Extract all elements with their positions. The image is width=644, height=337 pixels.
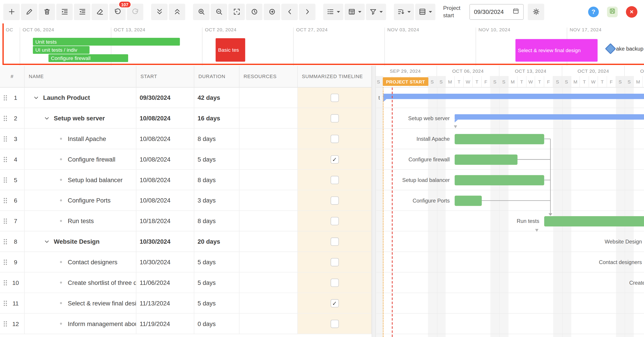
drag-handle-icon[interactable] xyxy=(2,197,8,204)
columns-menu-button[interactable] xyxy=(344,4,365,20)
filter-menu-button[interactable] xyxy=(366,4,386,20)
project-start-date-input[interactable]: 09/30/2024 xyxy=(469,4,524,20)
collapse-chevron-icon[interactable] xyxy=(44,238,50,244)
overview-task-bar[interactable]: Basic tes xyxy=(216,38,245,62)
gantt-task-bar[interactable] xyxy=(455,196,482,206)
row-number-cell: 6 xyxy=(0,190,24,210)
delete-task-button[interactable] xyxy=(39,4,55,20)
save-button[interactable] xyxy=(607,6,618,17)
zoom-to-fit-button[interactable] xyxy=(228,4,245,20)
summarized-timeline-checkbox[interactable] xyxy=(330,258,339,266)
table-row[interactable]: 1Launch Product09/30/202442 days xyxy=(0,88,372,108)
gantt-task-bar[interactable] xyxy=(544,216,644,226)
row-number: 1 xyxy=(9,94,24,101)
drag-handle-icon[interactable] xyxy=(2,135,8,142)
table-row[interactable]: 11Select & review final desi11/13/20245 … xyxy=(0,293,372,314)
indent-button[interactable] xyxy=(56,4,73,20)
gantt-task-bar[interactable] xyxy=(455,175,544,185)
criteria-menu-button[interactable] xyxy=(394,4,414,20)
eraser-button[interactable] xyxy=(92,4,108,20)
start-date-cell: 10/08/2024 xyxy=(136,190,194,210)
overview-task-bar[interactable]: Select & review final design xyxy=(516,39,598,62)
table-row[interactable]: 9Contact designers10/30/20245 days xyxy=(0,252,372,272)
row-number: 4 xyxy=(9,156,24,162)
gantt-day-cell: T xyxy=(598,76,607,87)
column-header-duration[interactable]: DURATION xyxy=(194,66,240,87)
summarized-timeline-cell xyxy=(298,313,372,334)
overview-week-tick xyxy=(384,28,385,66)
row-height-menu-button[interactable] xyxy=(415,4,435,20)
collapse-all-button[interactable] xyxy=(169,4,185,20)
drag-handle-icon[interactable] xyxy=(2,300,8,306)
leaf-marker xyxy=(58,158,64,160)
table-row[interactable]: 2Setup web server10/08/202416 days xyxy=(0,108,372,129)
gantt-task-bar[interactable] xyxy=(455,155,518,165)
summarized-timeline-checkbox[interactable]: ✓ xyxy=(330,299,339,307)
summarized-timeline-checkbox[interactable] xyxy=(330,278,339,287)
drag-handle-icon[interactable] xyxy=(2,115,8,121)
drag-handle-icon[interactable] xyxy=(2,177,8,183)
clock-forward-icon xyxy=(268,8,276,16)
column-header-name[interactable]: NAME xyxy=(24,66,136,87)
zoom-in-button[interactable] xyxy=(193,4,209,20)
close-button[interactable]: × xyxy=(626,6,637,18)
expand-all-button[interactable] xyxy=(151,4,168,20)
drag-handle-icon[interactable] xyxy=(2,238,8,245)
summarized-timeline-checkbox[interactable] xyxy=(330,135,339,143)
summarized-timeline-checkbox[interactable] xyxy=(330,114,339,122)
summarized-timeline-checkbox[interactable] xyxy=(330,217,339,225)
gantt-task-bar[interactable] xyxy=(455,134,544,144)
outdent-button[interactable] xyxy=(74,4,90,20)
summarized-timeline-checkbox[interactable]: ✓ xyxy=(330,155,339,163)
summarized-timeline-checkbox[interactable] xyxy=(330,237,339,246)
summarized-timeline-checkbox[interactable] xyxy=(330,176,339,184)
column-header-number[interactable]: # xyxy=(0,66,24,87)
features-menu-button[interactable] xyxy=(323,4,343,20)
collapse-chevron-icon[interactable] xyxy=(33,95,39,101)
drag-handle-icon[interactable] xyxy=(2,279,8,286)
drag-handle-icon[interactable] xyxy=(2,156,8,162)
milestone-diamond-icon[interactable] xyxy=(605,43,616,54)
table-row[interactable]: 7Run tests10/18/20248 days xyxy=(0,211,372,231)
zoom-out-button[interactable] xyxy=(211,4,227,20)
undo-button[interactable]: 107 xyxy=(109,4,126,20)
shift-next-button[interactable] xyxy=(299,4,315,20)
gantt-bar-label: Run tests xyxy=(517,218,539,224)
summarized-timeline-checkbox[interactable] xyxy=(330,196,339,205)
gantt-day-cell: S xyxy=(625,76,634,87)
drag-handle-icon[interactable] xyxy=(2,218,8,224)
overview-task-bar[interactable]: Unit tests xyxy=(33,38,180,46)
add-task-button[interactable] xyxy=(3,4,20,20)
gantt-week-label: OCT 20, 2024 xyxy=(562,66,625,76)
gantt-parent-bar[interactable] xyxy=(383,94,644,99)
column-header-start[interactable]: START xyxy=(136,66,194,87)
drag-handle-icon[interactable] xyxy=(2,320,8,327)
table-row[interactable]: 12Inform management abou11/19/20240 days xyxy=(0,313,372,334)
grid-gantt-splitter[interactable] xyxy=(372,66,376,337)
edit-task-button[interactable] xyxy=(21,4,37,20)
drag-handle-icon[interactable] xyxy=(2,94,8,101)
table-row[interactable]: 4Configure firewall10/08/20245 days✓ xyxy=(0,149,372,170)
gantt-day-cell: W xyxy=(526,76,535,87)
gantt-parent-bar[interactable] xyxy=(455,114,644,120)
next-timespan-button[interactable] xyxy=(264,4,280,20)
table-row[interactable]: 8Website Design10/30/202420 days xyxy=(0,231,372,252)
shift-previous-button[interactable] xyxy=(281,4,298,20)
drag-handle-icon[interactable] xyxy=(2,259,8,265)
column-header-summarized-timeline[interactable]: SUMMARIZED TIMELINE xyxy=(298,66,372,87)
settings-button[interactable] xyxy=(528,4,544,20)
overview-task-bar[interactable]: Configure firewall xyxy=(48,54,128,62)
calendar-icon[interactable] xyxy=(512,8,519,16)
table-row[interactable]: 5Setup load balancer10/08/20248 days xyxy=(0,170,372,190)
overview-task-bar[interactable]: UI unit tests / indiv xyxy=(33,46,90,54)
summarized-timeline-checkbox[interactable] xyxy=(330,319,339,328)
table-row[interactable]: 10Create shortlist of three d11/06/20245… xyxy=(0,272,372,293)
summarized-timeline-checkbox[interactable] xyxy=(330,94,339,102)
previous-timespan-button[interactable] xyxy=(246,4,262,20)
table-row[interactable]: 3Install Apache10/08/20248 days xyxy=(0,129,372,149)
start-date-cell: 10/08/2024 xyxy=(136,170,194,190)
column-header-resources[interactable]: RESOURCES xyxy=(240,66,298,87)
help-button[interactable]: ? xyxy=(588,6,599,17)
collapse-chevron-icon[interactable] xyxy=(44,115,50,121)
table-row[interactable]: 6Configure Ports10/08/20243 days xyxy=(0,190,372,211)
